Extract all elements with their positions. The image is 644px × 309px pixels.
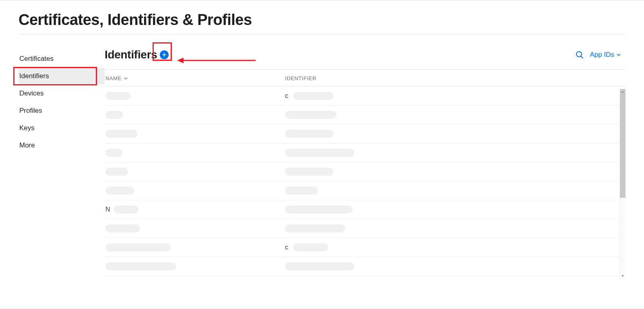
cell-name xyxy=(105,92,285,100)
column-header-identifier[interactable]: IDENTIFIER xyxy=(285,75,625,81)
sidebar-item-identifiers[interactable]: Identifiers xyxy=(19,68,105,84)
filter-label: App IDs xyxy=(590,51,614,59)
cell-name: N xyxy=(105,205,285,214)
sidebar-item-profiles[interactable]: Profiles xyxy=(19,103,105,119)
cell-name xyxy=(105,111,285,119)
main-panel: Identifiers App IDs xyxy=(105,51,625,279)
section-title: Identifiers xyxy=(105,48,157,61)
cell-name xyxy=(105,149,285,157)
sort-down-icon xyxy=(124,75,128,81)
column-header-name[interactable]: NAME xyxy=(105,75,285,81)
scroll-down-icon[interactable] xyxy=(621,274,624,277)
table-row[interactable] xyxy=(105,219,625,238)
cell-identifier xyxy=(285,187,625,195)
sidebar-item-devices[interactable]: Devices xyxy=(19,85,105,102)
cell-identifier xyxy=(285,130,625,138)
column-header-identifier-label: IDENTIFIER xyxy=(285,75,316,81)
table-row[interactable]: N xyxy=(105,200,625,219)
table-row[interactable]: c xyxy=(105,238,625,257)
table-row[interactable] xyxy=(105,162,625,181)
cell-name xyxy=(105,168,285,176)
table-row[interactable] xyxy=(105,106,625,124)
sidebar: CertificatesIdentifiersDevicesProfilesKe… xyxy=(19,51,105,155)
cell-identifier xyxy=(285,111,625,119)
table-row[interactable] xyxy=(105,181,625,200)
identifiers-table: NAME IDENTIFIER cNc xyxy=(105,69,625,279)
cell-name xyxy=(105,130,285,138)
table-row[interactable] xyxy=(105,143,625,162)
filter-dropdown[interactable]: App IDs xyxy=(590,51,621,59)
scrollbar-thumb[interactable] xyxy=(620,89,625,198)
cell-identifier xyxy=(285,205,625,214)
cell-identifier xyxy=(285,168,625,176)
page-title: Certificates, Identifiers & Profiles xyxy=(19,11,625,35)
top-divider xyxy=(0,0,644,0)
cell-identifier xyxy=(285,262,625,270)
scroll-up-icon[interactable] xyxy=(621,91,624,94)
table-row[interactable] xyxy=(105,124,625,143)
sidebar-item-more[interactable]: More xyxy=(19,137,105,153)
cell-identifier xyxy=(285,224,625,232)
sidebar-item-certificates[interactable]: Certificates xyxy=(19,51,105,67)
svg-line-1 xyxy=(581,56,583,58)
cell-identifier: c xyxy=(285,92,625,100)
cell-name xyxy=(105,187,285,195)
cell-identifier xyxy=(285,149,625,157)
cell-name xyxy=(105,224,285,232)
column-header-name-label: NAME xyxy=(105,75,122,81)
chevron-down-icon xyxy=(617,51,621,59)
sidebar-item-keys[interactable]: Keys xyxy=(19,120,105,136)
cell-identifier: c xyxy=(285,243,625,251)
cell-name xyxy=(105,243,285,251)
table-row[interactable]: c xyxy=(105,87,625,106)
cell-name xyxy=(105,262,285,270)
search-icon[interactable] xyxy=(575,50,584,60)
add-identifier-button[interactable] xyxy=(160,50,169,59)
table-row[interactable] xyxy=(105,257,625,276)
